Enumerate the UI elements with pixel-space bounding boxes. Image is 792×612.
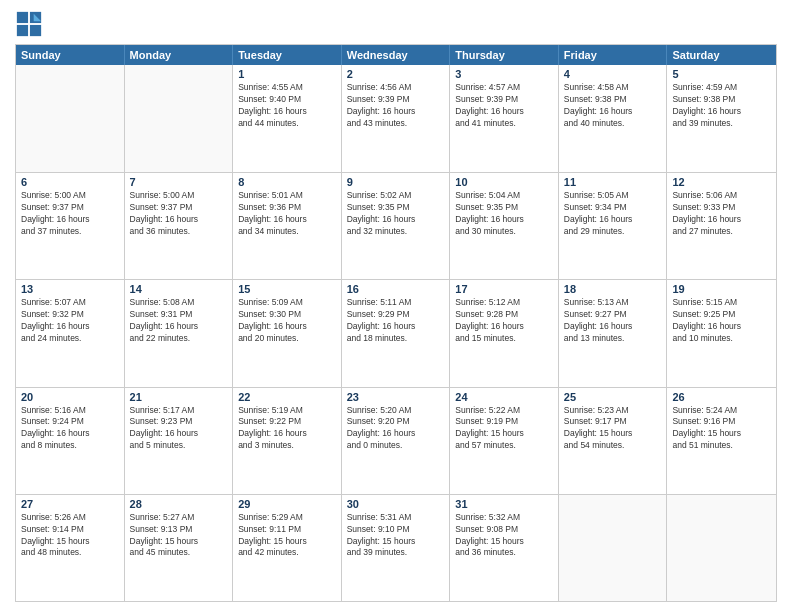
- day-number: 23: [347, 391, 445, 403]
- day-header-thursday: Thursday: [450, 45, 559, 65]
- day-info: Sunrise: 5:05 AM Sunset: 9:34 PM Dayligh…: [564, 190, 662, 238]
- day-number: 31: [455, 498, 553, 510]
- day-info: Sunrise: 5:02 AM Sunset: 9:35 PM Dayligh…: [347, 190, 445, 238]
- day-number: 8: [238, 176, 336, 188]
- day-number: 10: [455, 176, 553, 188]
- day-cell-11: 11Sunrise: 5:05 AM Sunset: 9:34 PM Dayli…: [559, 173, 668, 279]
- day-info: Sunrise: 4:59 AM Sunset: 9:38 PM Dayligh…: [672, 82, 771, 130]
- day-number: 13: [21, 283, 119, 295]
- day-info: Sunrise: 5:29 AM Sunset: 9:11 PM Dayligh…: [238, 512, 336, 560]
- day-info: Sunrise: 5:31 AM Sunset: 9:10 PM Dayligh…: [347, 512, 445, 560]
- day-info: Sunrise: 4:55 AM Sunset: 9:40 PM Dayligh…: [238, 82, 336, 130]
- day-number: 28: [130, 498, 228, 510]
- day-info: Sunrise: 5:07 AM Sunset: 9:32 PM Dayligh…: [21, 297, 119, 345]
- day-info: Sunrise: 5:32 AM Sunset: 9:08 PM Dayligh…: [455, 512, 553, 560]
- day-info: Sunrise: 5:12 AM Sunset: 9:28 PM Dayligh…: [455, 297, 553, 345]
- day-number: 9: [347, 176, 445, 188]
- day-info: Sunrise: 5:06 AM Sunset: 9:33 PM Dayligh…: [672, 190, 771, 238]
- week-row-2: 6Sunrise: 5:00 AM Sunset: 9:37 PM Daylig…: [16, 172, 776, 279]
- day-number: 30: [347, 498, 445, 510]
- day-cell-20: 20Sunrise: 5:16 AM Sunset: 9:24 PM Dayli…: [16, 388, 125, 494]
- day-cell-17: 17Sunrise: 5:12 AM Sunset: 9:28 PM Dayli…: [450, 280, 559, 386]
- day-header-saturday: Saturday: [667, 45, 776, 65]
- day-cell-14: 14Sunrise: 5:08 AM Sunset: 9:31 PM Dayli…: [125, 280, 234, 386]
- day-info: Sunrise: 4:56 AM Sunset: 9:39 PM Dayligh…: [347, 82, 445, 130]
- svg-rect-1: [17, 12, 28, 23]
- day-cell-3: 3Sunrise: 4:57 AM Sunset: 9:39 PM Daylig…: [450, 65, 559, 172]
- day-info: Sunrise: 5:09 AM Sunset: 9:30 PM Dayligh…: [238, 297, 336, 345]
- day-number: 26: [672, 391, 771, 403]
- logo: [15, 10, 47, 38]
- day-cell-5: 5Sunrise: 4:59 AM Sunset: 9:38 PM Daylig…: [667, 65, 776, 172]
- day-cell-8: 8Sunrise: 5:01 AM Sunset: 9:36 PM Daylig…: [233, 173, 342, 279]
- day-info: Sunrise: 5:24 AM Sunset: 9:16 PM Dayligh…: [672, 405, 771, 453]
- empty-cell: [16, 65, 125, 172]
- day-cell-24: 24Sunrise: 5:22 AM Sunset: 9:19 PM Dayli…: [450, 388, 559, 494]
- day-info: Sunrise: 5:22 AM Sunset: 9:19 PM Dayligh…: [455, 405, 553, 453]
- day-number: 29: [238, 498, 336, 510]
- day-header-friday: Friday: [559, 45, 668, 65]
- svg-rect-4: [30, 25, 41, 36]
- day-cell-7: 7Sunrise: 5:00 AM Sunset: 9:37 PM Daylig…: [125, 173, 234, 279]
- day-info: Sunrise: 4:57 AM Sunset: 9:39 PM Dayligh…: [455, 82, 553, 130]
- day-cell-9: 9Sunrise: 5:02 AM Sunset: 9:35 PM Daylig…: [342, 173, 451, 279]
- day-info: Sunrise: 5:20 AM Sunset: 9:20 PM Dayligh…: [347, 405, 445, 453]
- day-cell-13: 13Sunrise: 5:07 AM Sunset: 9:32 PM Dayli…: [16, 280, 125, 386]
- day-cell-16: 16Sunrise: 5:11 AM Sunset: 9:29 PM Dayli…: [342, 280, 451, 386]
- day-header-monday: Monday: [125, 45, 234, 65]
- day-number: 1: [238, 68, 336, 80]
- day-header-wednesday: Wednesday: [342, 45, 451, 65]
- empty-cell: [125, 65, 234, 172]
- day-info: Sunrise: 5:04 AM Sunset: 9:35 PM Dayligh…: [455, 190, 553, 238]
- week-row-4: 20Sunrise: 5:16 AM Sunset: 9:24 PM Dayli…: [16, 387, 776, 494]
- day-cell-28: 28Sunrise: 5:27 AM Sunset: 9:13 PM Dayli…: [125, 495, 234, 601]
- day-cell-15: 15Sunrise: 5:09 AM Sunset: 9:30 PM Dayli…: [233, 280, 342, 386]
- day-cell-21: 21Sunrise: 5:17 AM Sunset: 9:23 PM Dayli…: [125, 388, 234, 494]
- calendar-header: SundayMondayTuesdayWednesdayThursdayFrid…: [16, 45, 776, 65]
- day-number: 25: [564, 391, 662, 403]
- week-row-3: 13Sunrise: 5:07 AM Sunset: 9:32 PM Dayli…: [16, 279, 776, 386]
- day-cell-27: 27Sunrise: 5:26 AM Sunset: 9:14 PM Dayli…: [16, 495, 125, 601]
- calendar-body: 1Sunrise: 4:55 AM Sunset: 9:40 PM Daylig…: [16, 65, 776, 601]
- day-cell-22: 22Sunrise: 5:19 AM Sunset: 9:22 PM Dayli…: [233, 388, 342, 494]
- day-number: 12: [672, 176, 771, 188]
- day-number: 15: [238, 283, 336, 295]
- day-number: 5: [672, 68, 771, 80]
- day-info: Sunrise: 5:00 AM Sunset: 9:37 PM Dayligh…: [21, 190, 119, 238]
- day-info: Sunrise: 5:26 AM Sunset: 9:14 PM Dayligh…: [21, 512, 119, 560]
- day-cell-25: 25Sunrise: 5:23 AM Sunset: 9:17 PM Dayli…: [559, 388, 668, 494]
- day-number: 18: [564, 283, 662, 295]
- day-info: Sunrise: 5:15 AM Sunset: 9:25 PM Dayligh…: [672, 297, 771, 345]
- day-cell-31: 31Sunrise: 5:32 AM Sunset: 9:08 PM Dayli…: [450, 495, 559, 601]
- day-cell-18: 18Sunrise: 5:13 AM Sunset: 9:27 PM Dayli…: [559, 280, 668, 386]
- calendar: SundayMondayTuesdayWednesdayThursdayFrid…: [15, 44, 777, 602]
- header: [15, 10, 777, 38]
- day-cell-19: 19Sunrise: 5:15 AM Sunset: 9:25 PM Dayli…: [667, 280, 776, 386]
- day-info: Sunrise: 5:01 AM Sunset: 9:36 PM Dayligh…: [238, 190, 336, 238]
- day-info: Sunrise: 5:00 AM Sunset: 9:37 PM Dayligh…: [130, 190, 228, 238]
- week-row-5: 27Sunrise: 5:26 AM Sunset: 9:14 PM Dayli…: [16, 494, 776, 601]
- day-info: Sunrise: 5:17 AM Sunset: 9:23 PM Dayligh…: [130, 405, 228, 453]
- day-header-tuesday: Tuesday: [233, 45, 342, 65]
- empty-cell: [559, 495, 668, 601]
- logo-icon: [15, 10, 43, 38]
- empty-cell: [667, 495, 776, 601]
- day-cell-23: 23Sunrise: 5:20 AM Sunset: 9:20 PM Dayli…: [342, 388, 451, 494]
- day-cell-30: 30Sunrise: 5:31 AM Sunset: 9:10 PM Dayli…: [342, 495, 451, 601]
- day-cell-12: 12Sunrise: 5:06 AM Sunset: 9:33 PM Dayli…: [667, 173, 776, 279]
- day-number: 22: [238, 391, 336, 403]
- day-number: 11: [564, 176, 662, 188]
- day-info: Sunrise: 5:27 AM Sunset: 9:13 PM Dayligh…: [130, 512, 228, 560]
- day-cell-26: 26Sunrise: 5:24 AM Sunset: 9:16 PM Dayli…: [667, 388, 776, 494]
- day-number: 7: [130, 176, 228, 188]
- page: SundayMondayTuesdayWednesdayThursdayFrid…: [0, 0, 792, 612]
- day-cell-2: 2Sunrise: 4:56 AM Sunset: 9:39 PM Daylig…: [342, 65, 451, 172]
- day-cell-1: 1Sunrise: 4:55 AM Sunset: 9:40 PM Daylig…: [233, 65, 342, 172]
- day-number: 17: [455, 283, 553, 295]
- day-cell-29: 29Sunrise: 5:29 AM Sunset: 9:11 PM Dayli…: [233, 495, 342, 601]
- svg-rect-3: [17, 25, 28, 36]
- week-row-1: 1Sunrise: 4:55 AM Sunset: 9:40 PM Daylig…: [16, 65, 776, 172]
- day-number: 21: [130, 391, 228, 403]
- day-cell-10: 10Sunrise: 5:04 AM Sunset: 9:35 PM Dayli…: [450, 173, 559, 279]
- day-info: Sunrise: 5:13 AM Sunset: 9:27 PM Dayligh…: [564, 297, 662, 345]
